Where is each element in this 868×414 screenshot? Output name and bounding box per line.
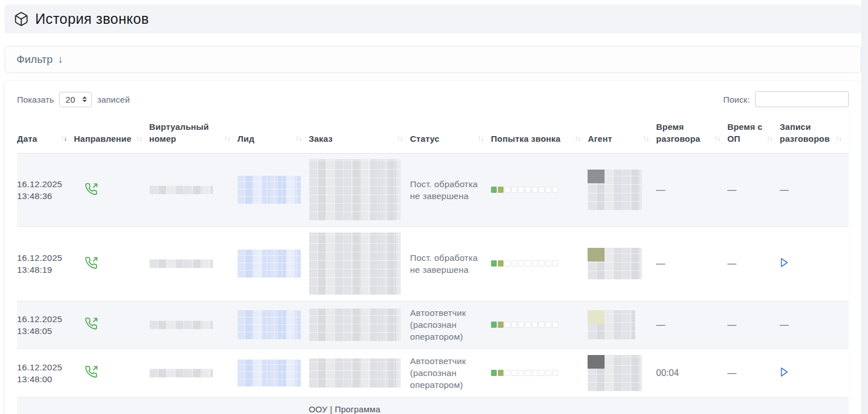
column-label: Время с ОП — [727, 121, 763, 145]
attempt-square — [532, 370, 538, 376]
column-label: Агент — [588, 133, 612, 145]
call-time: 13:48:00 — [17, 373, 66, 385]
filter-toggle[interactable]: Фильтр ↓ — [5, 46, 861, 73]
recording-dash: — — [780, 185, 789, 195]
column-header-talk_time[interactable]: Время разговора ↑↓ — [656, 113, 727, 154]
order-partial-text: ООУ | Программа — [309, 404, 380, 414]
sort-desc-icon: ↓ — [481, 134, 484, 142]
attempt-square — [552, 370, 558, 376]
play-icon[interactable] — [780, 257, 789, 268]
redacted-virtual-number — [149, 369, 213, 378]
attempt-square — [552, 260, 558, 267]
call-history-rows: 16.12.2025 13:48:36 Пост. обработка не з… — [17, 154, 849, 414]
sort-desc-icon: ↓ — [577, 134, 580, 142]
table-row: 16.12.2025 13:48:00 Автоответчик (распоз… — [17, 349, 849, 398]
show-label: Показать — [17, 95, 54, 104]
attempt-square — [546, 260, 551, 267]
column-header-recordings[interactable]: Записи разговоров ↑↓ — [780, 113, 849, 154]
package-icon — [14, 11, 29, 27]
call-time: 13:48:05 — [17, 325, 66, 337]
sort-icon[interactable]: ↑↓ — [292, 133, 301, 145]
column-header-direction[interactable]: Направление ↑↓ — [74, 113, 149, 154]
call-time: 13:48:36 — [17, 190, 66, 202]
column-header-attempt[interactable]: Попытка звонка ↑↓ — [491, 113, 588, 154]
sort-desc-icon: ↓ — [646, 134, 649, 142]
sort-desc-icon: ↓ — [64, 134, 66, 142]
call-attempt-indicator — [491, 370, 558, 376]
column-header-virtual_number[interactable]: Виртуальный номер ↑↓ — [149, 113, 238, 154]
scrollbar-track[interactable] — [861, 0, 868, 414]
sort-icon[interactable]: ↑↓ — [474, 133, 484, 145]
column-label: Время разговора — [656, 121, 711, 145]
outgoing-call-icon — [85, 183, 98, 196]
attempt-square — [532, 187, 538, 193]
sort-desc-icon: ↓ — [400, 134, 402, 142]
outgoing-call-icon — [85, 256, 98, 269]
attempt-square — [539, 260, 544, 267]
column-header-agent[interactable]: Агент ↑↓ — [588, 113, 656, 154]
attempt-square — [511, 187, 517, 193]
call-attempt-indicator — [491, 322, 558, 328]
sort-icon[interactable]: ↑↓ — [57, 133, 67, 145]
column-label: Попытка звонка — [491, 133, 561, 145]
page-size-select[interactable]: 20 — [59, 92, 92, 107]
redacted-lead-link[interactable] — [237, 250, 301, 278]
attempt-square — [525, 322, 531, 328]
filter-label: Фильтр — [16, 53, 53, 66]
select-spinner-icon — [82, 96, 87, 102]
talk-time-value: — — [656, 259, 665, 268]
talk-time-value: — — [656, 185, 665, 195]
attempt-square — [518, 370, 524, 376]
sort-icon[interactable]: ↑↓ — [571, 133, 581, 145]
sort-icon[interactable]: ↑↓ — [393, 133, 403, 145]
call-date: 16.12.2025 — [17, 361, 66, 373]
sort-icon[interactable]: ↑↓ — [132, 133, 142, 145]
redacted-agent — [588, 170, 642, 210]
attempt-square — [498, 322, 504, 328]
column-header-lead[interactable]: Лид ↑↓ — [237, 113, 308, 154]
call-date: 16.12.2025 — [17, 252, 66, 264]
attempt-square — [498, 187, 504, 193]
attempt-square — [491, 187, 497, 193]
call-attempt-indicator — [491, 187, 558, 193]
attempt-square — [491, 322, 497, 328]
column-header-order[interactable]: Заказ ↑↓ — [309, 113, 410, 154]
column-header-op_time[interactable]: Время с ОП ↑↓ — [727, 113, 779, 154]
column-label: Дата — [17, 133, 37, 145]
redacted-lead-link[interactable] — [237, 360, 301, 387]
page-size-control: Показать 20 записей — [17, 92, 130, 107]
recording-dash: — — [780, 320, 789, 329]
arrow-down-icon: ↓ — [58, 53, 64, 66]
sort-icon[interactable]: ↑↓ — [639, 133, 649, 145]
redacted-order[interactable] — [309, 159, 401, 221]
outgoing-call-icon — [85, 317, 98, 330]
column-header-date[interactable]: Дата ↑↓ — [17, 113, 74, 154]
sort-desc-icon: ↓ — [717, 134, 720, 142]
records-label: записей — [97, 95, 129, 104]
sort-icon[interactable]: ↑↓ — [711, 133, 720, 145]
redacted-order[interactable] — [309, 358, 401, 388]
attempt-square — [539, 322, 544, 328]
search-input[interactable] — [755, 91, 849, 107]
play-icon[interactable] — [780, 367, 789, 377]
sort-icon[interactable]: ↑↓ — [832, 133, 842, 145]
redacted-virtual-number — [149, 185, 213, 195]
page-size-value: 20 — [65, 95, 75, 104]
attempt-square — [546, 322, 551, 328]
sort-icon[interactable]: ↑↓ — [763, 133, 773, 145]
redacted-virtual-number — [149, 320, 213, 329]
op-time-value: — — [727, 259, 736, 268]
redacted-order[interactable] — [309, 309, 401, 341]
talk-time-value: — — [656, 320, 665, 329]
call-status: Автоответчик (распознан оператором) — [410, 355, 483, 391]
redacted-lead-link[interactable] — [237, 176, 301, 204]
redacted-lead-link[interactable] — [237, 310, 301, 340]
redacted-agent — [588, 248, 642, 280]
redacted-order[interactable] — [309, 233, 401, 295]
call-history-card: Показать 20 записей Поиск: Дата — [5, 81, 861, 414]
attempt-square — [532, 260, 538, 267]
column-header-status[interactable]: Статус ↑↓ — [410, 113, 490, 154]
sort-icon[interactable]: ↑↓ — [221, 133, 230, 145]
column-label: Заказ — [309, 133, 333, 145]
attempt-square — [511, 260, 517, 267]
